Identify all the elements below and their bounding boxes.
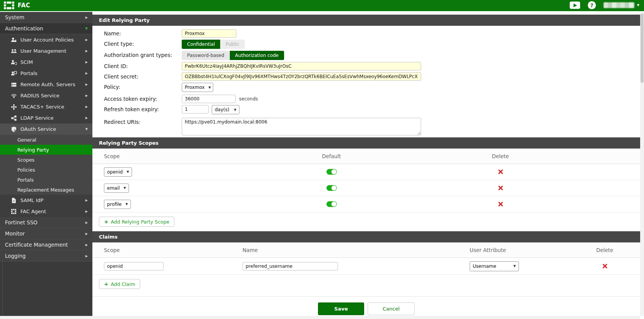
delete-icon[interactable] (498, 201, 503, 207)
shield-icon (11, 126, 17, 132)
add-relying-party-scope-button[interactable]: + Add Relying Party Scope (99, 217, 174, 227)
relying-party-form: Name: Client type: Confidential Public A… (92, 26, 640, 135)
sidebar-item-oauth-scopes[interactable]: Scopes (0, 155, 92, 165)
tacacs-cross-icon (11, 104, 17, 110)
chevron-right-icon: ▶ (85, 83, 92, 86)
claims-table-header: Scope Name User Attribute Delete (92, 242, 640, 258)
default-column-header: Default (322, 153, 341, 159)
help-icon[interactable]: ? (588, 1, 596, 9)
claims-section-title: Claims (99, 234, 118, 240)
claims-scope-column-header: Scope (92, 247, 243, 253)
scope-row-email: email▼ (92, 180, 640, 196)
sidebar-item-monitor[interactable]: Monitor ▶ (0, 228, 92, 239)
chevron-right-icon: ▶ (85, 38, 92, 42)
select-caret-icon: ▼ (514, 264, 516, 268)
chevron-right-icon: ▶ (85, 116, 92, 120)
user-menu[interactable]: ▼ (604, 2, 639, 8)
chevron-right-icon: ▶ (85, 221, 92, 224)
sidebar-item-tacacs-service[interactable]: TACACS+ Service ▶ (0, 101, 92, 112)
sidebar-item-oauth-portals[interactable]: Portals (0, 175, 92, 185)
cancel-button[interactable]: Cancel (368, 302, 415, 315)
sidebar-item-certificate-management[interactable]: Certificate Management ▶ (0, 239, 92, 251)
grant-password-based[interactable]: Password-based (182, 51, 230, 60)
scope-select[interactable]: profile▼ (104, 200, 131, 209)
claim-user-attribute-select[interactable]: Username▼ (470, 261, 519, 271)
default-toggle[interactable] (326, 185, 337, 191)
client-type-toggle: Confidential Public (182, 40, 245, 49)
sidebar-item-radius-service[interactable]: RADIUS Service ▶ (0, 90, 92, 101)
chevron-right-icon: ▶ (85, 232, 92, 235)
access-token-expiry-input[interactable] (182, 95, 236, 103)
scope-column-header: Scope (92, 153, 254, 159)
chevron-right-icon: ▶ (85, 72, 92, 75)
youtube-icon[interactable] (570, 2, 580, 9)
sidebar-item-oauth-relying-party[interactable]: Relying Party (0, 145, 92, 155)
default-toggle[interactable] (326, 201, 337, 207)
sidebar-item-user-account-policies[interactable]: User Account Policies ▶ (0, 34, 92, 45)
sidebar-item-fac-agent[interactable]: FAC Agent ▶ (0, 206, 92, 217)
horizontal-scrollbar[interactable] (0, 316, 640, 319)
scope-select[interactable]: email▼ (104, 184, 129, 193)
chevron-right-icon: ▶ (85, 94, 92, 97)
sidebar-item-scim[interactable]: SCIM ▶ (0, 57, 92, 68)
product-name: FAC (18, 2, 30, 9)
claim-row: Username▼ (92, 258, 640, 275)
footer-divider (92, 296, 640, 297)
client-type-confidential[interactable]: Confidential (182, 40, 220, 49)
claims-section-bar: Claims (92, 231, 640, 242)
vertical-scrollbar[interactable] (640, 12, 644, 316)
delete-icon[interactable] (498, 185, 503, 191)
servers-icon (11, 82, 17, 88)
seconds-suffix: seconds (239, 95, 258, 102)
username-redacted (604, 2, 634, 8)
sidebar-item-oauth-policies[interactable]: Policies (0, 165, 92, 175)
grid-agent-icon (11, 209, 17, 215)
scope-select[interactable]: openid▼ (104, 167, 132, 177)
sidebar-item-user-management[interactable]: User Management ▶ (0, 45, 92, 57)
sidebar: System ▶ Authentication ▼ User Account P… (0, 12, 92, 316)
sidebar-item-oauth-replacement-messages[interactable]: Replacement Messages (0, 185, 92, 195)
client-id-input[interactable] (182, 62, 421, 70)
sidebar-item-oauth-general[interactable]: General (0, 135, 92, 145)
grant-types-label: Authorization grant types: (92, 51, 182, 58)
claim-scope-input[interactable] (104, 262, 164, 271)
grant-authorization-code[interactable]: Authorization code (230, 51, 284, 60)
user-sync-icon (11, 59, 17, 65)
default-toggle[interactable] (326, 169, 337, 175)
sidebar-item-ldap-service[interactable]: LDAP Service ▶ (0, 112, 92, 124)
client-secret-input[interactable] (182, 72, 421, 81)
panel-title-bar: Edit Relying Party (92, 15, 640, 26)
chevron-right-icon: ▶ (85, 254, 92, 258)
scrollbar-thumb[interactable] (641, 13, 644, 83)
sidebar-item-oauth-service[interactable]: OAuth Service ▼ (0, 124, 92, 135)
refresh-token-unit-select[interactable]: day(s) ▼ (212, 105, 239, 114)
sidebar-item-logging[interactable]: Logging ▶ (0, 251, 92, 262)
client-type-public[interactable]: Public (220, 40, 245, 49)
chevron-right-icon: ▶ (85, 243, 92, 247)
sidebar-item-portals-auth[interactable]: Portals ▶ (0, 68, 92, 79)
fortinet-logo-icon (4, 2, 14, 9)
policy-select[interactable]: Proxmox ▼ (182, 83, 213, 92)
sidebar-item-authentication[interactable]: Authentication ▼ (0, 23, 92, 34)
redirect-uris-textarea[interactable]: https://pve01.mydomain.local:8006 (182, 118, 421, 135)
sidebar-item-saml-idp[interactable]: SAML IdP ▶ (0, 195, 92, 206)
sidebar-item-remote-auth-servers[interactable]: Remote Auth. Servers ▶ (0, 79, 92, 90)
redirect-uris-label: Redirect URIs: (92, 118, 182, 125)
chevron-right-icon: ▶ (85, 16, 92, 19)
grant-types-toggle: Password-based Authorization code (182, 51, 284, 60)
user-wrench-icon (11, 37, 17, 43)
claim-name-input[interactable] (243, 262, 338, 271)
chevron-right-icon: ▶ (85, 60, 92, 64)
client-type-label: Client type: (92, 40, 182, 47)
plus-icon: + (104, 281, 109, 287)
add-claim-button[interactable]: + Add Claim (99, 279, 140, 289)
refresh-token-expiry-input[interactable] (182, 105, 209, 114)
sidebar-item-fortinet-sso[interactable]: Fortinet SSO ▶ (0, 217, 92, 228)
chevron-right-icon: ▶ (85, 210, 92, 213)
delete-icon[interactable] (602, 263, 608, 269)
save-button[interactable]: Save (318, 302, 364, 315)
name-input[interactable] (182, 29, 236, 38)
sidebar-item-system[interactable]: System ▶ (0, 12, 92, 23)
delete-icon[interactable] (498, 169, 503, 175)
chevron-right-icon: ▶ (85, 49, 92, 53)
